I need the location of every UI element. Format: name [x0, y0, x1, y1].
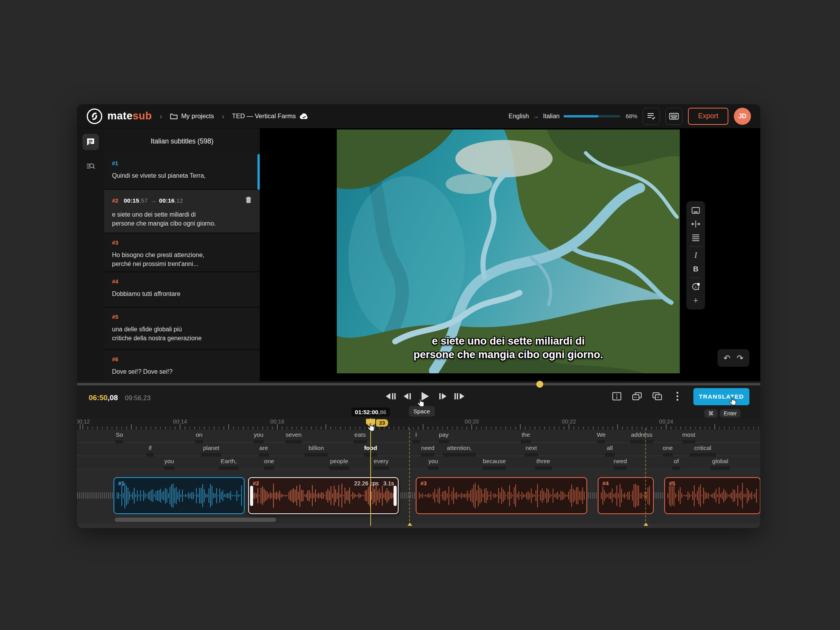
matesub-logo-icon — [86, 108, 103, 124]
timeline-word[interactable]: three — [535, 458, 552, 470]
skip-back-icon — [385, 392, 397, 401]
timeline-word[interactable]: people — [329, 458, 349, 470]
block-left-handle[interactable] — [250, 486, 253, 506]
overlap-previous-icon — [632, 392, 642, 401]
delete-subtitle-button[interactable] — [245, 196, 252, 205]
breadcrumb-project[interactable]: TED — Vertical Farms — [232, 112, 309, 120]
timeline-word[interactable]: Earth, — [219, 458, 239, 470]
search-subtitles-tab[interactable] — [82, 158, 99, 174]
subtitle-items: #1Quindi se vivete sul pianeta Terra,#20… — [104, 154, 260, 381]
align-horizontal-button[interactable] — [686, 217, 705, 231]
subtitle-timing[interactable]: 00:15,57→00:16,12 — [124, 197, 183, 204]
timeline-word[interactable]: one — [264, 458, 274, 470]
user-avatar[interactable]: JD — [734, 108, 751, 125]
subtitle-position-icon — [691, 207, 700, 214]
shot-change-guide — [409, 428, 410, 525]
word-duration-bar — [672, 466, 680, 470]
timeline-word[interactable]: planet — [201, 444, 221, 457]
timeline-word[interactable]: critical — [690, 444, 716, 457]
previous-frame-button[interactable] — [401, 390, 415, 403]
more-options-button[interactable] — [671, 390, 684, 403]
subtitle-item-5[interactable]: #5una delle sfide globali piùcritiche de… — [104, 308, 260, 349]
redo-button[interactable]: ↷ — [737, 354, 744, 363]
subtitle-block-2[interactable]: #222.26 cps3.1s — [248, 477, 399, 514]
next-frame-button[interactable] — [436, 390, 449, 403]
undo-button[interactable]: ↶ — [723, 354, 730, 363]
breadcrumb-my-projects[interactable]: My projects — [170, 112, 214, 120]
timeline-word[interactable]: you — [428, 458, 438, 470]
timeline-word[interactable]: global — [710, 458, 730, 470]
timeline-word[interactable]: on — [195, 431, 203, 443]
next-subtitle-button[interactable] — [453, 390, 466, 403]
block-right-handle[interactable] — [394, 486, 397, 506]
subtitle-item-6[interactable]: #6Dove sei!? Dove sei!? — [104, 350, 260, 381]
subtitle-block-1[interactable]: #1 — [114, 477, 245, 514]
timeline-word[interactable]: next — [525, 444, 538, 457]
skip-forward-icon — [453, 392, 465, 401]
timeline-word[interactable]: you — [254, 431, 264, 443]
seek-bar[interactable] — [77, 383, 760, 385]
timeline-word[interactable]: I — [412, 431, 420, 443]
subtitle-text[interactable]: Quindi se vivete sul pianeta Terra, — [112, 171, 252, 180]
timeline-word[interactable]: attention, — [443, 444, 476, 457]
subtitle-text[interactable]: Dove sei!? Dove sei!? — [112, 367, 252, 376]
timeline-word[interactable]: if — [146, 444, 154, 457]
timeline-word[interactable]: one — [663, 444, 673, 457]
translated-status-button[interactable]: TRANSLATED — [693, 388, 749, 405]
export-button[interactable]: Export — [688, 108, 728, 125]
timeline-word[interactable]: all — [605, 444, 615, 457]
subtitle-item-2[interactable]: #200:15,57→00:16,12e siete uno dei sette… — [104, 190, 260, 233]
brand[interactable]: matesub — [86, 108, 152, 124]
timeline-scrollbar[interactable] — [115, 518, 276, 522]
timeline-bottom-strip — [77, 523, 760, 528]
timeline-word[interactable]: most — [682, 431, 695, 443]
timeline-word[interactable]: every — [373, 458, 390, 470]
timeline-word[interactable]: because — [483, 458, 506, 470]
timeline-word[interactable]: So — [116, 431, 123, 443]
total-timecode: 09:56,23 — [125, 394, 150, 402]
subtitle-text[interactable]: e siete uno dei sette miliardi dipersone… — [112, 210, 252, 228]
block-index: #4 — [602, 480, 609, 486]
timeline-word[interactable]: of — [672, 458, 680, 470]
ruler-label: 00:22 — [562, 418, 576, 425]
add-subtitle-button[interactable]: + — [686, 294, 705, 307]
subtitle-text[interactable]: Ho bisogno che presti attenzione,perché … — [112, 250, 252, 268]
bold-button[interactable]: B — [686, 262, 705, 276]
timeline-word[interactable]: you — [164, 458, 174, 470]
ruler-major-ticks — [77, 424, 760, 429]
timeline: 00:1200:1400:1600:1800:2000:2200:24 Soon… — [77, 418, 760, 528]
subtitle-item-1[interactable]: #1Quindi se vivete sul pianeta Terra, — [104, 154, 260, 189]
subtitle-text[interactable]: Dobbiamo tutti affrontare — [112, 289, 252, 298]
subtitle-checklist-button[interactable] — [643, 108, 660, 125]
subtitle-item-4[interactable]: #4Dobbiamo tutti affrontare — [104, 272, 260, 307]
split-view-button[interactable] — [610, 390, 623, 403]
timeline-word[interactable]: are — [259, 444, 269, 457]
seek-handle[interactable] — [536, 381, 543, 388]
shot-change-guide — [645, 428, 646, 525]
timeline-word[interactable]: need — [421, 444, 434, 457]
timeline-word[interactable]: We — [597, 431, 606, 443]
subtitle-list-tab[interactable] — [82, 134, 99, 150]
italic-button[interactable]: I — [686, 248, 705, 262]
timeline-word[interactable]: the — [521, 431, 531, 443]
video-player[interactable]: e siete uno dei sette miliardi di person… — [337, 130, 680, 373]
playhead-line[interactable] — [370, 418, 371, 526]
previous-subtitle-button[interactable] — [384, 390, 397, 403]
line-spacing-button[interactable] — [686, 231, 705, 244]
subtitle-item-3[interactable]: #3Ho bisogno che presti attenzione,perch… — [104, 233, 260, 271]
overlap-next-button[interactable] — [651, 390, 664, 403]
overlap-previous-button[interactable] — [630, 390, 644, 403]
keyboard-shortcuts-button[interactable] — [665, 108, 682, 125]
timeline-ruler[interactable]: 00:1200:1400:1600:1800:2000:2200:24 — [77, 418, 760, 430]
timeline-word[interactable]: pay — [439, 431, 449, 443]
timeline-word[interactable]: need — [614, 458, 627, 470]
subtitle-position-button[interactable] — [686, 203, 705, 217]
timeline-word[interactable]: seven — [285, 431, 302, 443]
subtitle-text[interactable]: una delle sfide globali piùcritiche dell… — [112, 325, 252, 343]
subtitle-block-3[interactable]: #3 — [416, 477, 587, 514]
timeline-word[interactable]: address — [630, 431, 653, 443]
timeline-word[interactable]: billion — [304, 444, 328, 457]
subtitle-block-5[interactable]: #5 — [664, 477, 760, 514]
comments-button[interactable]: 1 — [686, 280, 705, 294]
timeline-word[interactable]: eats — [354, 431, 367, 443]
